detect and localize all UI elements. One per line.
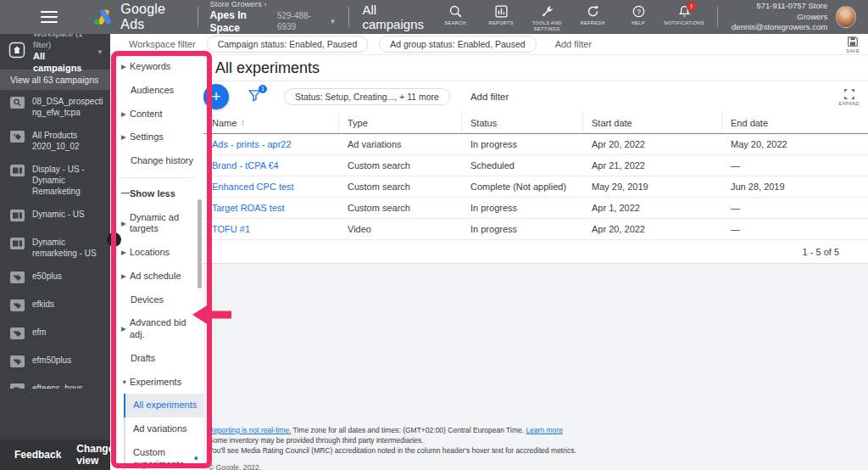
breadcrumb-account: Store Growers (210, 0, 262, 8)
minus-icon: — (121, 188, 130, 199)
workspace-label: Workspace (1 filter) (33, 34, 89, 50)
campaign-list: 08_DSA_prospecting_efw_tcpa All Products… (0, 90, 110, 389)
nav-scrollbar[interactable] (198, 199, 202, 288)
refresh-button[interactable]: REFRESH (571, 2, 614, 26)
nav-item-change-history[interactable]: Change history (110, 149, 203, 173)
campaign-list-item[interactable]: efteens_boys (0, 377, 110, 389)
experiment-start-date: Apr 20, 2022 (583, 219, 722, 239)
topbar-actions: SEARCH REPORTS TOOLS AND SETTINGS REFRES… (434, 2, 705, 32)
nav-item-all-experiments[interactable]: All experiments (124, 394, 203, 417)
campaign-list-item[interactable]: efkids (0, 293, 110, 321)
save-button[interactable]: SAVE (846, 36, 860, 53)
column-header-start-date[interactable]: Start date (583, 112, 722, 133)
nav-item-ad-schedule[interactable]: ▶Ad schedule (110, 265, 203, 288)
feedback-button[interactable]: Feedback (14, 449, 61, 461)
expand-icon (843, 88, 855, 100)
experiment-status: In progress (462, 219, 583, 239)
save-icon (847, 36, 859, 48)
sidebar-footer: Feedback Change view (0, 439, 110, 470)
experiment-end-date: Jun 28, 2019 (722, 176, 868, 197)
nav-item-audiences[interactable]: Audiences (110, 79, 203, 103)
add-filter-link[interactable]: Add filter (470, 92, 509, 102)
learn-more-link[interactable]: Learn more (526, 426, 562, 434)
product-name: Google Ads (120, 2, 185, 32)
avatar[interactable] (836, 6, 856, 28)
table-row: Target ROAS test Custom search In progre… (203, 198, 868, 219)
user-email: dennis@storegrowers.com (732, 22, 827, 33)
campaign-list-item[interactable]: All Products 2020_10_02 (0, 124, 110, 158)
show-less-button[interactable]: —Show less (110, 182, 203, 206)
subaccount-id: 529-488-6939 (277, 11, 325, 32)
experiment-type: Video (339, 219, 462, 239)
column-header-end-date[interactable]: End date (722, 112, 868, 133)
divider (348, 7, 349, 27)
experiment-end-date: — (722, 198, 868, 218)
nav-item-locations[interactable]: ▶Locations (110, 241, 203, 265)
campaign-list-item[interactable]: efm50plus (0, 349, 110, 377)
chevron-down-icon: ▼ (330, 18, 337, 26)
experiment-status: Complete (Not applied) (462, 176, 583, 197)
nav-item-keywords[interactable]: ▶Keywords (110, 55, 203, 79)
nav-item-advanced-bid-adj[interactable]: ▶Advanced bid adj. (110, 311, 203, 347)
nav-item-devices[interactable]: Devices (110, 288, 203, 312)
change-view-button[interactable]: Change view (76, 443, 110, 467)
ad-group-status-filter-chip[interactable]: Ad group status: Enabled, Paused (379, 36, 536, 53)
experiment-start-date: Apr 21, 2022 (583, 155, 722, 176)
table-row: Enhanced CPC test Custom search Complete… (203, 176, 868, 198)
search-button[interactable]: SEARCH (434, 2, 476, 26)
workspace-selector[interactable]: Workspace (1 filter) All campaigns ▼ (0, 34, 110, 70)
column-header-type[interactable]: Type (339, 112, 462, 133)
heading-row: All experiments (203, 55, 868, 81)
experiment-link[interactable]: Ads - prints - apr22 (203, 134, 339, 154)
notifications-button[interactable]: ! NOTIFICATIONS (663, 2, 705, 26)
experiment-link[interactable]: Brand - tCPA €4 (203, 155, 339, 176)
chevron-right-icon: ▶ (121, 325, 130, 333)
chevron-right-icon: ▶ (121, 63, 130, 70)
google-ads-logo[interactable]: Google Ads (93, 2, 186, 32)
campaign-list-item[interactable]: efm (0, 321, 110, 349)
shopping-campaign-icon (10, 131, 25, 146)
nav-item-dynamic-ad-targets[interactable]: ▶Dynamic ad targets (110, 206, 203, 242)
experiment-link[interactable]: Target ROAS test (203, 198, 339, 218)
campaign-list-item[interactable]: Dynamic remarketing - US (0, 231, 110, 265)
new-experiment-button[interactable]: + (203, 84, 229, 109)
experiments-toolbar: + 1 Status: Setup, Creating..., + 11 mor… (203, 81, 868, 112)
display-campaign-icon (10, 210, 25, 225)
campaign-list-item[interactable]: Display - US - Dynamic Remarketing (0, 158, 110, 203)
campaign-list-item[interactable]: e50plus (0, 265, 110, 293)
nav-item-experiments[interactable]: ▼Experiments (110, 371, 203, 394)
campaign-list-item[interactable]: Dynamic - US (0, 203, 110, 231)
experiment-type: Custom search (339, 198, 462, 218)
nav-item-ad-variations[interactable]: Ad variations (124, 417, 203, 441)
shopping-campaign-icon (10, 327, 25, 343)
tools-settings-button[interactable]: TOOLS AND SETTINGS (526, 2, 568, 32)
pagination: 1 - 5 of 5 (203, 240, 868, 263)
main-content: All experiments + 1 Status: Setup, Creat… (203, 55, 868, 470)
menu-icon[interactable] (41, 8, 58, 26)
campaign-list-item[interactable]: 08_DSA_prospecting_efw_tcpa (0, 90, 110, 124)
page-navigation: ▶Keywords Audiences ▶Content ▶Settings C… (110, 55, 203, 470)
add-filter-link[interactable]: Add filter (555, 39, 592, 49)
experiment-status: In progress (462, 198, 583, 218)
account-selector[interactable]: Store Growers › Apes In Space 529-488-69… (210, 0, 337, 35)
nav-item-drafts[interactable]: Drafts (110, 347, 203, 371)
campaign-status-filter-chip[interactable]: Campaign status: Enabled, Paused (207, 36, 369, 53)
help-button[interactable]: ? HELP (617, 2, 659, 26)
experiment-start-date: May 29, 2019 (583, 176, 722, 197)
reporting-link[interactable]: Reporting is not real-time. (209, 426, 291, 434)
search-icon (448, 4, 463, 19)
collapse-nav-button[interactable]: ❮ (107, 232, 121, 247)
table-row: Ads - prints - apr22 Ad variations In pr… (203, 134, 868, 155)
experiment-link[interactable]: Enhanced CPC test (203, 176, 339, 197)
reports-button[interactable]: REPORTS (480, 2, 522, 26)
column-header-status[interactable]: Status (462, 112, 583, 133)
experiment-link[interactable]: TOFU #1 (203, 219, 339, 239)
nav-item-settings[interactable]: ▶Settings (110, 126, 203, 149)
nav-item-custom-experiments[interactable]: Custom experiments● (124, 441, 203, 470)
experiment-end-date: May 20, 2022 (722, 134, 868, 154)
column-header-name[interactable]: Name↑ (203, 112, 339, 133)
status-filter-chip[interactable]: Status: Setup, Creating..., + 11 more (284, 88, 450, 105)
nav-item-content[interactable]: ▶Content (110, 103, 203, 126)
expand-button[interactable]: EXPAND (838, 88, 860, 106)
filter-funnel-button[interactable]: 1 (248, 88, 262, 106)
